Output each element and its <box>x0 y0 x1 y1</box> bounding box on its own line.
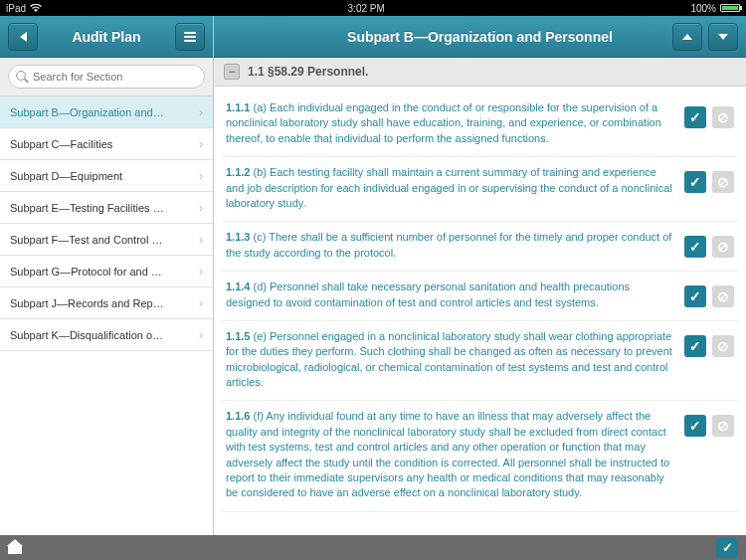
requirement-row: 1.1.1 (a) Each individual engaged in the… <box>222 93 738 157</box>
requirement-text: 1.1.5 (e) Personnel engaged in a nonclin… <box>226 329 676 391</box>
sidebar-item[interactable]: Subpart D—Equipment› <box>0 160 213 192</box>
chevron-right-icon: › <box>199 328 203 342</box>
search-wrap <box>0 58 213 96</box>
section-title: 1.1 §58.29 Personnel. <box>248 65 368 79</box>
search-icon <box>16 71 26 81</box>
sidebar: Audit Plan Subpart B—Organization and…›S… <box>0 16 214 535</box>
check-button[interactable] <box>684 106 706 128</box>
requirement-text: 1.1.6 (f) Any individual found at any ti… <box>226 409 676 500</box>
requirement-actions <box>684 280 734 307</box>
item-list: 1.1.1 (a) Each individual engaged in the… <box>214 87 746 535</box>
device-label: iPad <box>6 3 26 14</box>
prev-section-button[interactable] <box>672 23 702 51</box>
requirement-actions <box>684 329 734 357</box>
toc-button[interactable] <box>175 23 205 51</box>
next-section-button[interactable] <box>708 23 738 51</box>
requirement-text: 1.1.2 (b) Each testing facility shall ma… <box>226 165 676 211</box>
na-button[interactable] <box>712 106 734 128</box>
requirement-actions <box>684 409 734 437</box>
na-button[interactable] <box>712 335 734 357</box>
battery-percent: 100% <box>690 3 716 14</box>
requirement-text: 1.1.3 (c) There shall be a sufficient nu… <box>226 230 676 261</box>
menu-bars-icon <box>184 32 196 42</box>
chevron-right-icon: › <box>199 169 203 183</box>
footer <box>0 535 746 560</box>
search-input[interactable] <box>8 65 205 89</box>
sidebar-item[interactable]: Subpart F—Test and Control …› <box>0 224 213 256</box>
wifi-icon <box>30 4 42 13</box>
na-button[interactable] <box>712 415 734 437</box>
sidebar-item[interactable]: Subpart B—Organization and…› <box>0 96 213 128</box>
sidebar-item-label: Subpart F—Test and Control … <box>10 234 162 246</box>
na-button[interactable] <box>712 171 734 193</box>
sidebar-item-label: Subpart K—Disqualification o… <box>10 329 163 341</box>
sidebar-item-label: Subpart E—Testing Facilities … <box>10 202 164 214</box>
requirement-row: 1.1.3 (c) There shall be a sufficient nu… <box>222 222 738 272</box>
chevron-right-icon: › <box>199 296 203 310</box>
main-panel: Subpart B—Organization and Personnel − 1… <box>214 16 746 535</box>
section-header: − 1.1 §58.29 Personnel. <box>214 58 746 87</box>
sidebar-topbar: Audit Plan <box>0 16 213 58</box>
sidebar-item-label: Subpart C—Facilities <box>10 138 112 150</box>
sidebar-item[interactable]: Subpart J—Records and Rep…› <box>0 287 213 319</box>
requirement-actions <box>684 100 734 128</box>
check-button[interactable] <box>684 415 706 437</box>
arrow-up-icon <box>682 34 692 40</box>
sidebar-title: Audit Plan <box>38 29 175 45</box>
arrow-down-icon <box>718 34 728 40</box>
requirement-text: 1.1.4 (d) Personnel shall take necessary… <box>226 280 676 310</box>
main-title: Subpart B—Organization and Personnel <box>347 29 613 45</box>
sidebar-item[interactable]: Subpart G—Protocol for and …› <box>0 256 213 287</box>
chevron-right-icon: › <box>199 233 203 247</box>
chevron-right-icon: › <box>199 137 203 151</box>
arrow-left-icon <box>20 32 27 42</box>
sidebar-item-label: Subpart J—Records and Rep… <box>10 297 164 309</box>
requirement-actions <box>684 165 734 193</box>
chevron-right-icon: › <box>199 265 203 279</box>
collapse-toggle[interactable]: − <box>224 64 240 80</box>
requirement-row: 1.1.5 (e) Personnel engaged in a nonclin… <box>222 321 738 402</box>
check-button[interactable] <box>684 335 706 357</box>
na-button[interactable] <box>712 236 734 258</box>
requirement-text: 1.1.1 (a) Each individual engaged in the… <box>226 100 676 146</box>
battery-icon <box>720 4 740 12</box>
sidebar-item-label: Subpart B—Organization and… <box>10 106 164 118</box>
check-button[interactable] <box>684 171 706 193</box>
sidebar-item[interactable]: Subpart K—Disqualification o…› <box>0 319 213 351</box>
requirement-actions <box>684 230 734 258</box>
status-bar: iPad 3:02 PM 100% <box>0 0 746 16</box>
status-time: 3:02 PM <box>42 3 690 14</box>
requirement-row: 1.1.6 (f) Any individual found at any ti… <box>222 401 738 511</box>
complete-button[interactable] <box>716 538 738 558</box>
sidebar-item[interactable]: Subpart C—Facilities› <box>0 128 213 160</box>
sidebar-item[interactable]: Subpart E—Testing Facilities …› <box>0 192 213 224</box>
back-button[interactable] <box>8 23 38 51</box>
section-list: Subpart B—Organization and…›Subpart C—Fa… <box>0 96 213 535</box>
sidebar-item-label: Subpart G—Protocol for and … <box>10 266 162 278</box>
chevron-right-icon: › <box>199 105 203 119</box>
home-button[interactable] <box>8 542 22 554</box>
requirement-row: 1.1.2 (b) Each testing facility shall ma… <box>222 157 738 222</box>
main-topbar: Subpart B—Organization and Personnel <box>214 16 746 58</box>
chevron-right-icon: › <box>199 201 203 215</box>
requirement-row: 1.1.4 (d) Personnel shall take necessary… <box>222 272 738 321</box>
sidebar-item-label: Subpart D—Equipment <box>10 170 122 182</box>
check-button[interactable] <box>684 285 706 307</box>
na-button[interactable] <box>712 285 734 307</box>
check-button[interactable] <box>684 236 706 258</box>
